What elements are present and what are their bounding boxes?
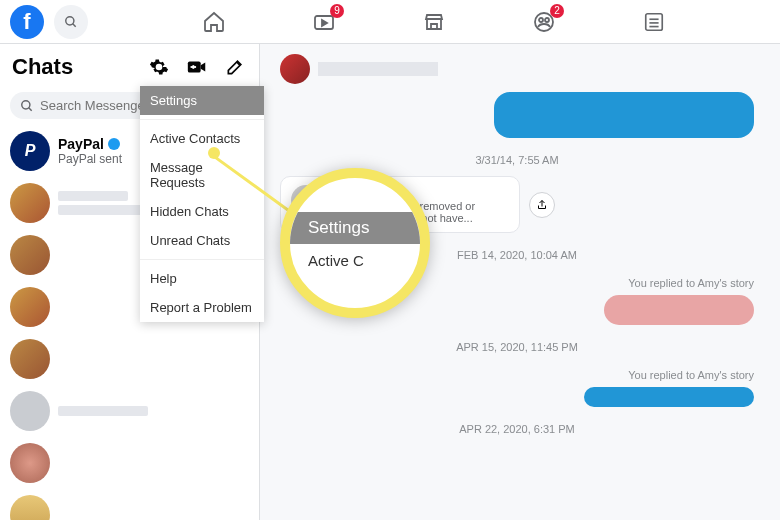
sidebar-title: Chats bbox=[12, 54, 147, 80]
home-icon bbox=[202, 10, 226, 34]
top-nav: f 9 2 bbox=[0, 0, 780, 44]
settings-gear-button[interactable] bbox=[147, 55, 171, 79]
conversation-avatar[interactable] bbox=[280, 54, 310, 84]
avatar bbox=[10, 287, 50, 327]
svg-rect-6 bbox=[646, 13, 663, 30]
chat-item[interactable] bbox=[0, 489, 259, 520]
zoom-settings-label: Settings bbox=[290, 212, 420, 244]
svg-point-13 bbox=[22, 100, 30, 108]
svg-rect-12 bbox=[191, 66, 197, 68]
svg-point-3 bbox=[535, 13, 553, 31]
verified-badge-icon bbox=[108, 138, 120, 150]
groups-badge: 2 bbox=[550, 4, 564, 18]
dropdown-item-unread-chats[interactable]: Unread Chats bbox=[140, 226, 264, 255]
nav-groups[interactable]: 2 bbox=[524, 2, 564, 42]
nav-marketplace[interactable] bbox=[414, 2, 454, 42]
facebook-logo-letter: f bbox=[23, 9, 30, 35]
svg-line-14 bbox=[29, 107, 32, 110]
dropdown-item-help[interactable]: Help bbox=[140, 264, 264, 293]
svg-point-0 bbox=[66, 16, 74, 24]
annotation-zoom-circle: Settings Active C bbox=[280, 168, 430, 318]
dropdown-divider bbox=[140, 119, 264, 120]
search-icon bbox=[64, 15, 78, 29]
timestamp: APR 15, 2020, 11:45 PM bbox=[280, 341, 754, 353]
chat-item[interactable] bbox=[0, 437, 259, 489]
annotation-dot bbox=[208, 147, 220, 159]
gear-icon bbox=[149, 57, 169, 77]
sidebar-header: Chats bbox=[0, 44, 259, 86]
story-reply-label: You replied to Amy's story bbox=[280, 369, 754, 381]
timestamp: 3/31/14, 7:55 AM bbox=[280, 154, 754, 166]
compose-icon bbox=[225, 57, 245, 77]
chat-subtitle: PayPal sent bbox=[58, 152, 122, 166]
dropdown-item-hidden-chats[interactable]: Hidden Chats bbox=[140, 197, 264, 226]
compose-button[interactable] bbox=[223, 55, 247, 79]
conversation-header bbox=[280, 54, 754, 92]
settings-dropdown: Settings Active Contacts Message Request… bbox=[140, 86, 264, 322]
search-icon bbox=[20, 99, 34, 113]
dropdown-divider bbox=[140, 259, 264, 260]
chat-item[interactable] bbox=[0, 385, 259, 437]
watch-badge: 9 bbox=[330, 4, 344, 18]
marketplace-icon bbox=[422, 10, 446, 34]
sidebar: Chats P PayPal PayP bbox=[0, 44, 260, 520]
video-plus-icon bbox=[186, 56, 208, 78]
chat-item[interactable] bbox=[0, 333, 259, 385]
nav-watch[interactable]: 9 bbox=[304, 2, 344, 42]
nav-home[interactable] bbox=[194, 2, 234, 42]
share-button[interactable] bbox=[529, 192, 555, 218]
timestamp: APR 22, 2020, 6:31 PM bbox=[280, 423, 754, 435]
dropdown-item-message-requests[interactable]: Message Requests bbox=[140, 153, 264, 197]
avatar: P bbox=[10, 131, 50, 171]
avatar bbox=[10, 443, 50, 483]
dropdown-item-settings[interactable]: Settings bbox=[140, 86, 264, 115]
sidebar-actions bbox=[147, 55, 247, 79]
avatar bbox=[10, 339, 50, 379]
new-video-call-button[interactable] bbox=[185, 55, 209, 79]
share-icon bbox=[536, 199, 548, 211]
nav-more[interactable] bbox=[634, 2, 674, 42]
hamburger-icon bbox=[643, 11, 665, 33]
facebook-logo[interactable]: f bbox=[10, 5, 44, 39]
global-search-button[interactable] bbox=[54, 5, 88, 39]
svg-point-5 bbox=[545, 18, 549, 22]
dropdown-item-report[interactable]: Report a Problem bbox=[140, 293, 264, 322]
zoom-active-label: Active C bbox=[290, 244, 420, 269]
nav-center: 9 2 bbox=[98, 2, 770, 42]
chat-name: PayPal bbox=[58, 136, 104, 152]
sent-message-bubble bbox=[494, 92, 754, 138]
sent-message-bubble bbox=[584, 387, 754, 407]
story-reply-bubble bbox=[604, 295, 754, 325]
avatar bbox=[10, 183, 50, 223]
svg-point-4 bbox=[539, 18, 543, 22]
dropdown-item-active-contacts[interactable]: Active Contacts bbox=[140, 124, 264, 153]
conversation-name-redacted bbox=[318, 62, 438, 76]
avatar bbox=[10, 495, 50, 520]
avatar bbox=[10, 391, 50, 431]
svg-line-1 bbox=[73, 23, 76, 26]
avatar bbox=[10, 235, 50, 275]
